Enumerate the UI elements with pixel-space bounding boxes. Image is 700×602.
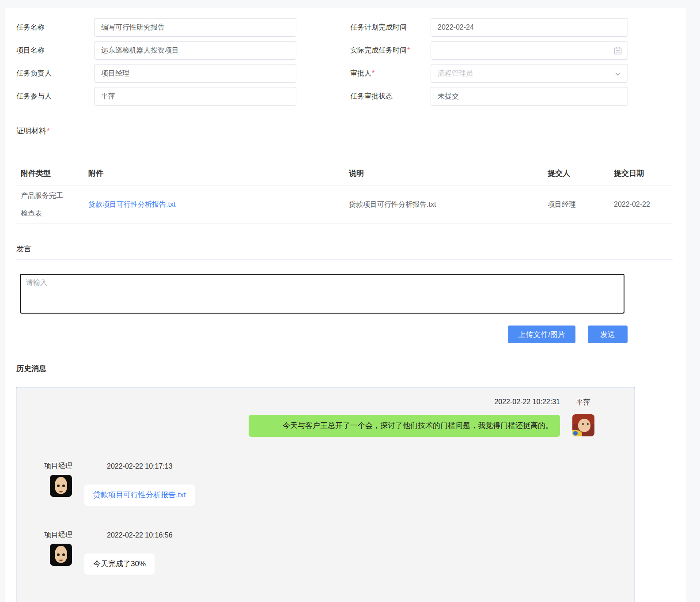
avatar-face: [578, 419, 590, 432]
upload-file-button[interactable]: 上传文件/图片: [508, 326, 575, 343]
avatar-patch: [573, 431, 578, 435]
history-message-panel: 2022-02-22 10:22:31 今天与客户王总开了一个会，探讨了他们技术…: [16, 387, 635, 602]
message-sender-name: 项目经理: [44, 530, 72, 540]
message-time: 2022-02-22 10:17:13: [107, 462, 173, 470]
task-name-input[interactable]: [95, 19, 296, 36]
materials-table: 附件类型 附件 说明 提交人 提交日期 产品服务完工检查表 贷款项目可行性分析报…: [16, 161, 673, 223]
col-header-attachment-type: 附件类型: [16, 168, 88, 178]
col-header-attachment: 附件: [88, 168, 349, 178]
cell-description: 贷款项目可行性分析报告.txt: [349, 200, 548, 209]
cell-date: 2022-02-22: [614, 201, 673, 208]
approver-select-input[interactable]: [431, 64, 628, 82]
avatar: [50, 475, 72, 497]
avatar: [572, 414, 594, 436]
avatar: [50, 544, 72, 566]
materials-table-header: 附件类型 附件 说明 提交人 提交日期: [16, 161, 673, 186]
form-row-planned-finish-time: 任务计划完成时间: [350, 18, 628, 37]
speech-input[interactable]: [20, 274, 624, 314]
actual-finish-time-input[interactable]: [431, 42, 628, 59]
required-asterisk: *: [407, 46, 410, 54]
avatar-eyes: [57, 485, 60, 487]
task-participant-label: 任务参与人: [16, 92, 94, 101]
avatar-eyes: [57, 553, 60, 556]
task-owner-label: 任务负责人: [16, 69, 94, 78]
approval-status-label: 任务审批状态: [350, 92, 431, 101]
form-row-task-name: 任务名称: [16, 18, 296, 37]
divider: [16, 259, 673, 260]
approver-select[interactable]: [431, 64, 628, 83]
form-row-approver: 审批人*: [350, 64, 628, 83]
project-name-label: 项目名称: [16, 46, 94, 55]
speech-actions: 上传文件/图片 发送: [16, 326, 628, 343]
task-detail-card: 任务名称 项目名称 任务负责人 任务参与人 任务计划完成时间 实际完: [5, 8, 686, 602]
approval-status-input[interactable]: [431, 87, 628, 105]
form-row-project-name: 项目名称: [16, 41, 296, 60]
planned-finish-time-label: 任务计划完成时间: [350, 23, 431, 32]
cell-attachment-type: 产品服务完工检查表: [16, 187, 88, 222]
task-participant-input[interactable]: [95, 87, 296, 105]
message-item: 项目经理 2022-02-22 10:16:56 今天完成了30%: [25, 530, 626, 575]
form-row-approval-status: 任务审批状态: [350, 87, 628, 106]
send-button[interactable]: 发送: [588, 326, 628, 343]
cell-submitter: 项目经理: [548, 200, 614, 209]
message-sender-name: 项目经理: [44, 462, 72, 471]
actual-finish-time-label: 实际完成任务时间: [350, 46, 407, 54]
table-row: 产品服务完工检查表 贷款项目可行性分析报告.txt 贷款项目可行性分析报告.tx…: [16, 186, 673, 223]
message-bubble: 今天与客户王总开了一个会，探讨了他们技术的门槛问题，我觉得门槛还挺高的。: [249, 415, 560, 437]
form-row-task-owner: 任务负责人: [16, 64, 296, 83]
col-header-date: 提交日期: [614, 168, 673, 178]
task-name-label: 任务名称: [16, 23, 94, 32]
message-item: 2022-02-22 10:22:31 今天与客户王总开了一个会，探讨了他们技术…: [25, 398, 626, 437]
task-owner-input[interactable]: [95, 64, 296, 82]
message-sender-name: 平萍: [576, 398, 590, 407]
form-row-actual-finish-time: 实际完成任务时间*: [350, 41, 628, 60]
message-item: 项目经理 2022-02-22 10:17:13 贷款项目可行性分析报告.txt: [25, 462, 626, 506]
approver-label: 审批人: [350, 69, 371, 77]
materials-section-title: 证明材料*: [16, 126, 673, 136]
project-name-input[interactable]: [95, 42, 296, 59]
required-asterisk: *: [372, 69, 375, 77]
planned-finish-time-input[interactable]: [431, 19, 628, 36]
attachment-file-link[interactable]: 贷款项目可行性分析报告.txt: [88, 201, 175, 208]
divider: [16, 143, 673, 143]
calendar-icon: [613, 46, 622, 55]
col-header-description: 说明: [349, 168, 548, 178]
message-file-link[interactable]: 贷款项目可行性分析报告.txt: [93, 491, 186, 499]
task-form: 任务名称 项目名称 任务负责人 任务参与人 任务计划完成时间 实际完: [16, 18, 673, 110]
chevron-down-icon: [613, 69, 622, 78]
message-time: 2022-02-22 10:22:31: [494, 398, 560, 406]
history-section-title: 历史消息: [16, 363, 673, 374]
avatar-eyes: [582, 423, 584, 425]
speech-section-title: 发言: [16, 244, 673, 254]
col-header-submitter: 提交人: [548, 168, 614, 178]
form-row-task-participant: 任务参与人: [16, 87, 296, 106]
message-time: 2022-02-22 10:16:56: [107, 531, 173, 539]
required-asterisk: *: [47, 127, 50, 135]
message-bubble: 今天完成了30%: [84, 553, 155, 575]
